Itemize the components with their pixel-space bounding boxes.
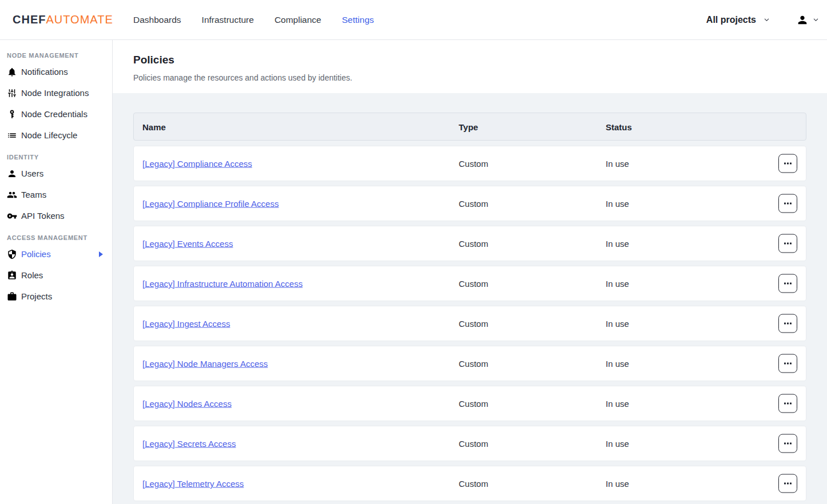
section-title: IDENTITY — [0, 154, 112, 161]
sidebar-item-node-integrations[interactable]: Node Integrations — [0, 82, 112, 103]
shield-icon — [7, 249, 17, 259]
sidebar-item-label: Node Lifecycle — [21, 130, 77, 140]
bell-icon — [7, 67, 17, 77]
page-title: Policies — [133, 54, 806, 66]
sidebar-item-label: Projects — [21, 291, 52, 301]
policy-status: In use — [606, 279, 629, 289]
row-menu-button[interactable] — [778, 354, 797, 373]
table-row: [Legacy] Nodes Access Custom In use — [133, 386, 806, 421]
badge-icon — [7, 270, 17, 281]
policy-type: Custom — [459, 439, 488, 449]
expand-arrow-icon[interactable] — [99, 251, 103, 257]
policy-type: Custom — [459, 279, 488, 289]
column-header-name: Name — [142, 122, 166, 131]
policy-status: In use — [606, 399, 629, 409]
sidebar-item-node-credentials[interactable]: Node Credentials — [0, 103, 112, 125]
policy-link[interactable]: [Legacy] Node Managers Access — [142, 359, 268, 369]
ellipsis-icon — [784, 443, 786, 445]
table-row: [Legacy] Compliance Access Custom In use — [133, 146, 806, 181]
policy-link[interactable]: [Legacy] Compliance Profile Access — [142, 199, 279, 209]
user-menu[interactable] — [796, 14, 819, 26]
table-row: [Legacy] Infrastructure Automation Acces… — [133, 266, 806, 301]
sidebar-item-label: Policies — [21, 249, 51, 259]
table-row: [Legacy] Events Access Custom In use — [133, 226, 806, 261]
main-content: Policies Policies manage the resources a… — [113, 40, 827, 504]
person-icon — [7, 169, 17, 179]
row-menu-button[interactable] — [778, 474, 797, 493]
projects-filter-dropdown[interactable]: All projects — [706, 15, 770, 25]
row-menu-button[interactable] — [778, 234, 797, 253]
sidebar-item-projects[interactable]: Projects — [0, 286, 112, 307]
table-row: [Legacy] Node Managers Access Custom In … — [133, 346, 806, 381]
nav-infrastructure[interactable]: Infrastructure — [202, 15, 254, 25]
table-row: [Legacy] Compliance Profile Access Custo… — [133, 186, 806, 221]
sliders-icon — [7, 88, 17, 98]
row-menu-button[interactable] — [778, 154, 797, 173]
policy-status: In use — [606, 359, 629, 369]
key-vertical-icon — [7, 109, 17, 119]
nav-dashboards[interactable]: Dashboards — [133, 15, 181, 25]
policy-link[interactable]: [Legacy] Ingest Access — [142, 319, 230, 329]
policy-link[interactable]: [Legacy] Telemetry Access — [142, 479, 244, 489]
sidebar-item-label: Roles — [21, 270, 43, 280]
projects-filter-label: All projects — [706, 15, 756, 25]
sidebar-item-node-lifecycle[interactable]: Node Lifecycle — [0, 125, 112, 146]
page-header: Policies Policies manage the resources a… — [113, 40, 827, 93]
row-menu-button[interactable] — [778, 314, 797, 333]
nav-settings[interactable]: Settings — [342, 15, 374, 25]
policy-link[interactable]: [Legacy] Events Access — [142, 239, 233, 249]
chef-automate-logo[interactable]: CHEFAUTOMATE — [13, 13, 113, 26]
policy-type: Custom — [459, 359, 488, 369]
row-menu-button[interactable] — [778, 434, 797, 453]
ellipsis-icon — [784, 163, 786, 165]
ellipsis-icon — [784, 483, 786, 485]
sidebar-item-roles[interactable]: Roles — [0, 265, 112, 286]
policy-status: In use — [606, 159, 629, 169]
logo-chef: CHEF — [13, 13, 46, 26]
navbar-right: All projects — [706, 0, 819, 39]
policy-type: Custom — [459, 479, 488, 489]
table-row: [Legacy] Ingest Access Custom In use — [133, 306, 806, 341]
key-icon — [7, 211, 17, 221]
settings-sidebar: NODE MANAGEMENT Notifications Node Integ… — [0, 40, 113, 504]
ellipsis-icon — [784, 283, 786, 285]
row-menu-button[interactable] — [778, 194, 797, 213]
policies-table: Name Type Status [Legacy] Compliance Acc… — [113, 93, 827, 501]
sidebar-item-policies[interactable]: Policies — [0, 243, 112, 265]
logo-automate: AUTOMATE — [46, 13, 113, 26]
sidebar-item-label: Node Integrations — [21, 88, 89, 98]
row-menu-button[interactable] — [778, 274, 797, 293]
table-row: [Legacy] Secrets Access Custom In use — [133, 426, 806, 461]
page-description: Policies manage the resources and action… — [133, 73, 806, 82]
policy-status: In use — [606, 199, 629, 209]
section-access-management: ACCESS MANAGEMENT Policies Roles Project… — [0, 226, 112, 307]
sidebar-item-label: Node Credentials — [21, 109, 88, 119]
policy-status: In use — [606, 239, 629, 249]
top-navbar: CHEFAUTOMATE Dashboards Infrastructure C… — [0, 0, 827, 40]
list-icon — [7, 130, 17, 141]
sidebar-item-users[interactable]: Users — [0, 163, 112, 184]
ellipsis-icon — [784, 363, 786, 365]
section-identity: IDENTITY Users Teams API Tokens — [0, 146, 112, 226]
nav-compliance[interactable]: Compliance — [275, 15, 321, 25]
sidebar-item-label: API Tokens — [21, 211, 65, 221]
policy-status: In use — [606, 479, 629, 489]
policy-type: Custom — [459, 239, 488, 249]
sidebar-item-api-tokens[interactable]: API Tokens — [0, 205, 112, 226]
ellipsis-icon — [784, 243, 786, 245]
policy-link[interactable]: [Legacy] Infrastructure Automation Acces… — [142, 279, 303, 289]
sidebar-item-notifications[interactable]: Notifications — [0, 61, 112, 82]
policy-type: Custom — [459, 319, 488, 329]
section-title: ACCESS MANAGEMENT — [0, 234, 112, 241]
user-avatar-icon — [796, 14, 809, 26]
row-menu-button[interactable] — [778, 394, 797, 413]
sidebar-item-teams[interactable]: Teams — [0, 184, 112, 205]
policy-status: In use — [606, 439, 629, 449]
policy-link[interactable]: [Legacy] Compliance Access — [142, 159, 252, 169]
chevron-down-icon — [813, 17, 819, 23]
policy-link[interactable]: [Legacy] Secrets Access — [142, 439, 236, 449]
table-header-row: Name Type Status — [133, 113, 806, 141]
policy-type: Custom — [459, 399, 488, 409]
policy-link[interactable]: [Legacy] Nodes Access — [142, 399, 232, 409]
column-header-status: Status — [606, 122, 632, 131]
